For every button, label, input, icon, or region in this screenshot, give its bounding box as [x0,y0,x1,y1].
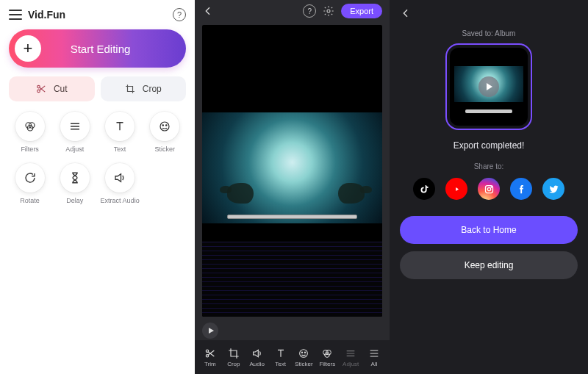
text-tool[interactable]: Text [270,348,292,367]
sticker-label: Sticker [295,361,312,367]
share-row [413,178,564,200]
filters-tool[interactable]: Filters [316,348,338,367]
filters-tool[interactable]: Filters [9,112,51,153]
sticker-tool[interactable]: Sticker [144,112,186,153]
plus-icon: + [15,35,41,62]
svg-point-6 [162,125,164,126]
extract-audio-tool[interactable]: Extract Audio [99,163,141,204]
share-youtube-button[interactable] [445,178,467,200]
extract-audio-label: Extract Audio [101,197,140,204]
svg-point-19 [491,186,492,187]
delay-tool[interactable]: Delay [54,163,96,204]
app-title: Vid.Fun [28,9,173,21]
svg-point-7 [166,125,168,126]
quick-actions: Cut Crop [9,76,186,101]
help-icon[interactable]: ? [303,4,316,18]
hourglass-icon [68,171,82,184]
video-preview[interactable] [202,25,382,317]
crop-label: Crop [143,84,162,94]
editor-panel: ? Export Trim Crop Audio Text [195,0,390,374]
play-button[interactable] [202,323,218,339]
text-label: Text [275,361,286,367]
all-label: All [371,361,378,367]
svg-point-18 [487,187,490,190]
home-panel: Vid.Fun ? + Start Editing Cut Crop Filte… [0,0,195,374]
instagram-icon [484,184,495,195]
svg-point-11 [300,349,308,357]
crop-label: Crop [227,361,240,367]
speaker-icon [251,348,263,359]
keep-editing-button[interactable]: Keep editing [400,251,578,279]
text-icon [113,120,126,133]
facebook-icon [516,184,527,195]
rotate-tool[interactable]: Rotate [9,163,51,204]
back-to-home-button[interactable]: Back to Home [400,216,578,244]
start-editing-button[interactable]: + Start Editing [9,29,186,68]
export-panel: Saved to: Album Export completed! Share … [390,0,588,374]
home-header: Vid.Fun ? [9,6,186,24]
adjust-icon [345,348,356,359]
video-frame [202,112,382,223]
back-icon[interactable] [400,7,413,20]
settings-icon[interactable] [322,4,335,18]
crop-button[interactable]: Crop [101,76,187,101]
share-tiktok-button[interactable] [413,178,435,200]
adjust-tool[interactable]: Adjust [54,112,96,153]
crop-icon [228,348,240,359]
filters-label: Filters [21,145,39,153]
share-facebook-button[interactable] [510,178,532,200]
filters-icon [24,120,37,133]
back-icon[interactable] [202,4,215,18]
tool-grid: Filters Adjust Text Sticker Rotate Delay… [9,112,186,204]
speaker-icon [113,171,126,184]
twitter-icon [548,184,559,195]
adjust-tool[interactable]: Adjust [340,348,362,367]
audio-label: Audio [249,361,264,367]
scissors-icon [204,348,216,359]
sticker-icon [158,120,171,133]
svg-point-9 [206,350,208,352]
crop-tool[interactable]: Crop [223,348,245,367]
rotate-icon [24,171,37,184]
share-instagram-button[interactable] [478,178,500,200]
cut-button[interactable]: Cut [9,76,95,101]
text-icon [275,348,287,359]
tiktok-icon [419,184,430,195]
saved-to-label: Saved to: Album [462,29,516,37]
youtube-icon [451,184,462,195]
svg-point-5 [160,122,169,131]
menu-icon[interactable] [9,10,22,20]
help-icon[interactable]: ? [173,8,186,21]
start-editing-label: Start Editing [41,43,186,55]
svg-point-13 [305,352,306,353]
export-completed-label: Export completed! [453,140,525,151]
sticker-icon [298,348,309,359]
svg-point-0 [37,85,40,88]
filters-icon [321,348,333,359]
sticker-label: Sticker [155,145,176,153]
share-twitter-button[interactable] [542,178,564,200]
rotate-label: Rotate [20,197,40,204]
svg-point-1 [37,90,40,93]
sticker-tool[interactable]: Sticker [293,348,315,367]
audio-tool[interactable]: Audio [246,348,268,367]
trim-tool[interactable]: Trim [199,348,221,367]
editor-topbar: ? Export [195,0,390,22]
delay-label: Delay [66,197,83,204]
editor-toolbar: Trim Crop Audio Text Sticker Filters Adj… [195,340,390,374]
cut-label: Cut [54,84,68,94]
svg-point-8 [327,10,330,12]
share-to-label: Share to: [474,162,504,170]
export-button[interactable]: Export [341,4,382,18]
timeline-noise [202,241,382,317]
svg-point-12 [302,352,303,353]
list-icon [368,348,380,359]
adjust-icon [68,120,82,133]
adjust-label: Adjust [343,361,359,367]
all-tool[interactable]: All [363,348,385,367]
svg-point-10 [206,354,208,356]
text-label: Text [114,145,126,153]
progress-bar [227,215,356,219]
export-thumbnail[interactable] [445,43,532,130]
text-tool[interactable]: Text [99,112,141,153]
